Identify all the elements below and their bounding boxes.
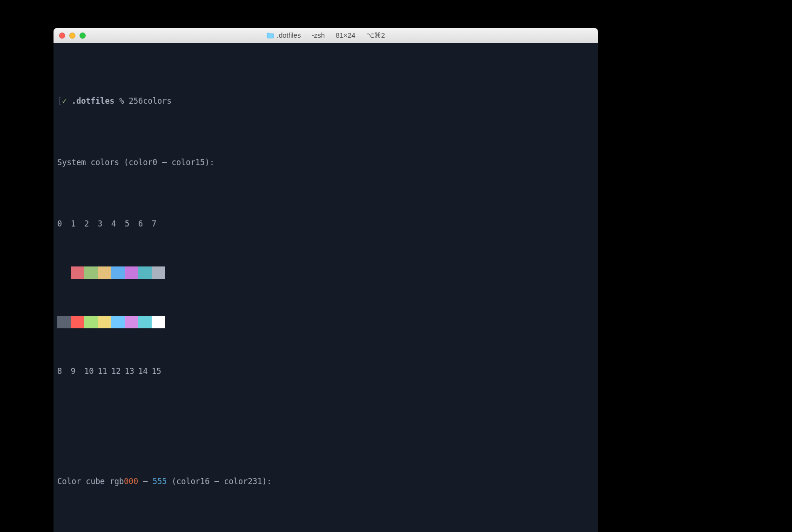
system-label: 12 [111,365,125,377]
zoom-icon[interactable] [80,33,86,39]
minimize-icon[interactable] [69,33,75,39]
color-swatch [98,266,111,279]
prompt-dir: .dotfiles [72,96,114,106]
system-labels-bottom: 89101112131415 [57,365,594,377]
system-label: 2 [84,218,98,230]
color-swatch [138,316,152,328]
system-labels-top: 01234567 [57,218,594,230]
color-swatch [111,316,125,328]
system-swatch-row [57,316,594,328]
color-swatch [71,266,84,279]
command-text: 256colors [129,96,172,106]
system-label: 4 [111,218,125,230]
terminal-window: .dotfiles — -zsh — 81×24 — ⌥⌘2 [✓ .dotfi… [54,28,598,532]
prompt-status: ✓ [62,96,67,106]
color-swatch [71,316,84,328]
system-label: 6 [138,218,152,230]
cube-header: Color cube rgb000 – 555 (color16 – color… [57,475,594,487]
system-label: 9 [71,365,84,377]
color-swatch [138,266,152,279]
color-swatch [84,266,98,279]
system-label: 14 [138,365,152,377]
system-label: 7 [152,218,165,230]
system-label: 3 [98,218,111,230]
prompt-line: [✓ .dotfiles % 256colors [57,95,594,107]
color-swatch [57,316,71,328]
color-swatch [57,266,71,279]
color-swatch [152,266,165,279]
system-header: System colors (color0 – color15): [57,156,594,168]
system-label: 5 [125,218,138,230]
prompt-sep: % [119,96,124,106]
system-label: 15 [152,365,165,377]
terminal-body[interactable]: [✓ .dotfiles % 256colors System colors (… [54,43,598,532]
system-label: 10 [84,365,98,377]
color-swatch [98,316,111,328]
window-titlebar[interactable]: .dotfiles — -zsh — 81×24 — ⌥⌘2 [54,28,598,43]
color-swatch [125,316,138,328]
system-label: 8 [57,365,71,377]
system-swatch-row [57,266,594,279]
color-swatch [111,266,125,279]
system-label: 0 [57,218,71,230]
system-label: 1 [71,218,84,230]
window-title: .dotfiles — -zsh — 81×24 — ⌥⌘2 [54,31,598,40]
system-label: 13 [125,365,138,377]
system-label: 11 [98,365,111,377]
folder-icon [267,33,274,39]
color-swatch [152,316,165,328]
color-swatch [84,316,98,328]
close-icon[interactable] [59,33,65,39]
traffic-lights [59,33,86,39]
color-swatch [125,266,138,279]
window-title-text: .dotfiles — -zsh — 81×24 — ⌥⌘2 [277,31,385,40]
